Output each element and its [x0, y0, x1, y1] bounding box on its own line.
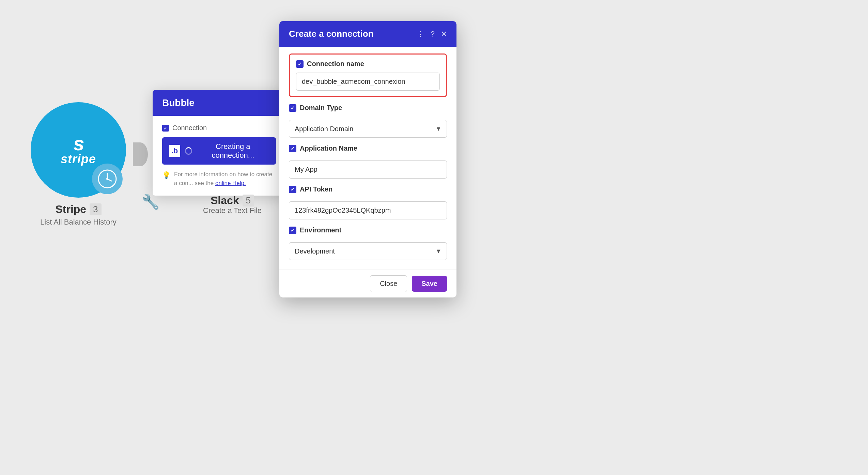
stripe-node: s stripe Stripe 3 List All Balance Histo… — [31, 102, 126, 227]
slack-subtitle: Create a Text File — [203, 206, 262, 215]
connection-name-label: Connection name — [307, 60, 364, 68]
bubble-info: 💡 For more information on how to create … — [162, 170, 276, 187]
domain-type-section: Domain Type Application Domain Custom Do… — [289, 104, 447, 138]
app-name-label: Application Name — [300, 144, 357, 152]
modal-header-icons: ⋮ ? ✕ — [417, 30, 447, 39]
domain-type-select-wrapper: Application Domain Custom Domain ▼ — [289, 120, 447, 138]
api-token-label: API Token — [300, 185, 332, 193]
modal-help-button[interactable]: ? — [431, 30, 435, 39]
loading-spinner — [185, 147, 192, 155]
connection-name-input[interactable] — [296, 73, 440, 91]
bubble-creating-button[interactable]: .b Creating a connection... — [162, 137, 276, 165]
slack-node: Slack 5 Create a Text File — [203, 194, 262, 215]
modal-title: Create a connection — [289, 29, 374, 39]
connection-name-label-row: Connection name — [296, 60, 440, 68]
bubble-b-logo: .b — [169, 145, 180, 157]
modal-more-options-button[interactable]: ⋮ — [417, 30, 424, 39]
bubble-header-title: Bubble — [162, 97, 195, 108]
bubble-online-help-link[interactable]: online Help. — [215, 180, 246, 186]
environment-section: Environment Development Production ▼ — [289, 226, 447, 260]
slack-title: Slack 5 — [211, 194, 254, 207]
api-token-checkbox — [289, 186, 296, 193]
bubble-panel: Bubble Connection .b Creating a connecti… — [153, 90, 285, 196]
api-token-section: API Token — [289, 185, 447, 219]
connector-half-circle — [133, 142, 148, 166]
clock-circle — [92, 164, 123, 194]
stripe-label: stripe — [61, 152, 96, 166]
bubble-connection-label: Connection — [162, 124, 276, 132]
environment-select-wrapper: Development Production ▼ — [289, 242, 447, 260]
clock-icon — [97, 169, 118, 189]
close-button[interactable]: Close — [370, 275, 407, 292]
bubble-connection-text: Connection — [172, 124, 207, 132]
stripe-name: Stripe — [55, 203, 86, 216]
wrench-icon: 🔧 — [142, 194, 159, 210]
svg-point-3 — [106, 178, 108, 180]
bubble-body: Connection .b Creating a connection... 💡… — [153, 116, 285, 196]
domain-type-label-row: Domain Type — [289, 104, 447, 112]
environment-checkbox — [289, 227, 296, 234]
stripe-logo-circle: s stripe — [31, 102, 126, 198]
stripe-text: s stripe — [61, 134, 96, 166]
domain-type-checkbox — [289, 104, 296, 112]
slack-badge: 5 — [243, 195, 254, 206]
modal-body: Connection name Domain Type Application … — [279, 47, 456, 270]
app-name-section: Application Name — [289, 144, 447, 179]
modal-footer: Close Save — [279, 270, 456, 297]
stripe-s-letter: s — [73, 134, 83, 153]
save-button[interactable]: Save — [412, 276, 447, 292]
modal-close-x-button[interactable]: ✕ — [441, 30, 447, 39]
app-name-input[interactable] — [289, 160, 447, 179]
modal-header: Create a connection ⋮ ? ✕ — [279, 21, 456, 47]
bubble-header: Bubble — [153, 90, 285, 116]
create-connection-modal: Create a connection ⋮ ? ✕ Connection nam… — [279, 21, 456, 297]
slack-name: Slack — [211, 194, 239, 207]
app-name-label-row: Application Name — [289, 144, 447, 152]
domain-type-label: Domain Type — [300, 104, 342, 112]
api-token-input[interactable] — [289, 201, 447, 219]
stripe-title: Stripe 3 — [55, 203, 101, 216]
bubble-creating-text: Creating a connection... — [197, 142, 269, 160]
environment-label: Environment — [300, 226, 341, 234]
connection-name-section: Connection name — [289, 53, 447, 97]
app-name-checkbox — [289, 145, 296, 152]
bubble-connection-checkbox — [162, 125, 169, 132]
canvas: s stripe Stripe 3 List All Balance Histo… — [0, 0, 868, 475]
bubble-info-text: For more information on how to create a … — [174, 170, 276, 187]
environment-label-row: Environment — [289, 226, 447, 234]
stripe-subtitle: List All Balance History — [40, 218, 117, 227]
info-icon: 💡 — [162, 170, 171, 187]
connection-name-checkbox — [296, 60, 304, 68]
api-token-label-row: API Token — [289, 185, 447, 193]
stripe-badge: 3 — [90, 203, 101, 215]
environment-select[interactable]: Development Production — [289, 242, 447, 260]
domain-type-select[interactable]: Application Domain Custom Domain — [289, 120, 447, 138]
